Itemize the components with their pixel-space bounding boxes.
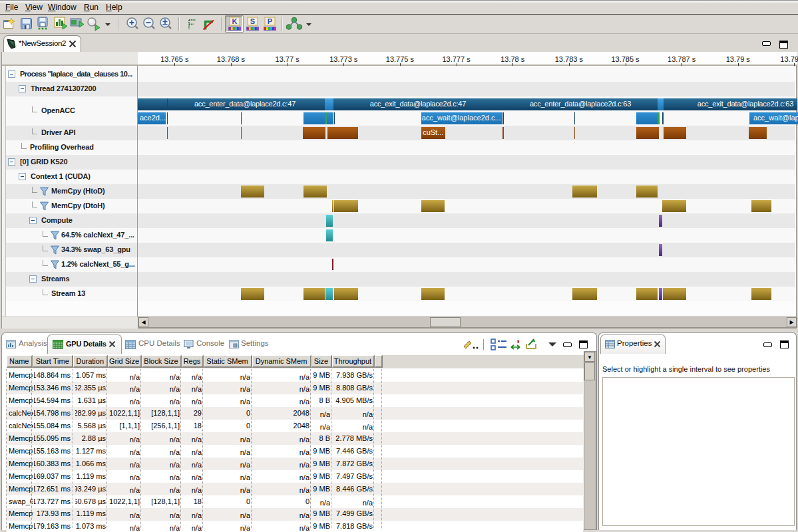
- svg-text:S: S: [250, 17, 255, 25]
- svg-text:K: K: [232, 17, 238, 25]
- svg-text:P: P: [268, 17, 272, 25]
